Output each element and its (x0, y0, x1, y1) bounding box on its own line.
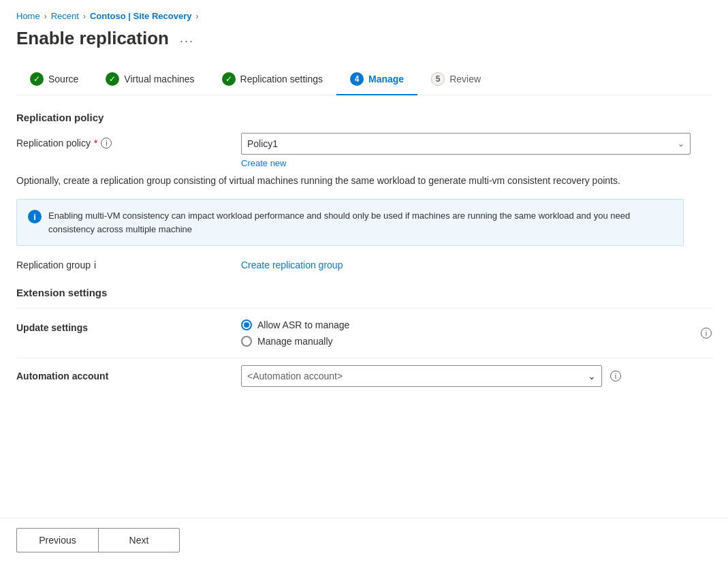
replication-policy-row: Replication policy * i Policy1 ⌄ Create … (16, 133, 712, 168)
radio-circle-manual (241, 336, 252, 347)
update-settings-info-icon[interactable]: i (701, 328, 712, 339)
replication-policy-label: Replication policy * i (16, 133, 241, 149)
info-box-text: Enabling multi-VM consistency can impact… (48, 209, 672, 236)
replication-group-label: Replication group i (16, 260, 241, 270)
step-replication-settings[interactable]: ✓ Replication settings (208, 65, 336, 95)
update-settings-radio-group: Allow ASR to manage Manage manually (241, 319, 701, 347)
replication-policy-info-icon[interactable]: i (101, 138, 112, 149)
required-marker: * (94, 138, 97, 149)
step-virtual-machines[interactable]: ✓ Virtual machines (92, 65, 208, 95)
step-num-review: 5 (431, 72, 445, 86)
breadcrumb: Home › Recent › Contoso | Site Recovery … (16, 11, 712, 21)
footer: Previous Next (0, 518, 728, 562)
step-check-icon-source: ✓ (30, 72, 44, 86)
replication-group-info-icon[interactable]: i (94, 260, 96, 270)
step-label-review: Review (449, 74, 481, 84)
step-check-icon-vm: ✓ (106, 72, 119, 86)
radio-circle-asr (241, 319, 252, 330)
replication-policy-title: Replication policy (16, 112, 712, 123)
automation-account-placeholder: <Automation account> (247, 371, 343, 381)
breadcrumb-current: Contoso | Site Recovery (90, 11, 192, 21)
automation-account-label: Automation account (16, 371, 241, 381)
ellipsis-menu-button[interactable]: ... (176, 30, 198, 47)
breadcrumb-sep2: › (83, 12, 86, 21)
previous-button[interactable]: Previous (16, 528, 98, 552)
update-settings-row: Update settings Allow ASR to manage Mana… (16, 319, 712, 347)
step-label-manage: Manage (368, 74, 404, 84)
breadcrumb-home[interactable]: Home (16, 11, 40, 21)
steps-bar: ✓ Source ✓ Virtual machines ✓ Replicatio… (16, 65, 712, 95)
radio-allow-asr[interactable]: Allow ASR to manage (241, 319, 701, 330)
step-review[interactable]: 5 Review (417, 65, 494, 95)
automation-account-row: Automation account <Automation account> … (16, 358, 712, 387)
create-replication-group-link[interactable]: Create replication group (241, 260, 343, 270)
replication-policy-control: Policy1 ⌄ Create new (241, 133, 712, 168)
extension-settings-divider (16, 308, 712, 309)
info-box: i Enabling multi-VM consistency can impa… (16, 199, 684, 246)
update-settings-control: Allow ASR to manage Manage manually (241, 319, 701, 347)
create-new-link[interactable]: Create new (241, 158, 286, 168)
optional-info-text: Optionally, create a replication group c… (16, 174, 684, 188)
update-settings-label: Update settings (16, 319, 241, 333)
radio-manage-manually[interactable]: Manage manually (241, 336, 701, 347)
automation-account-dropdown[interactable]: <Automation account> ⌄ (241, 365, 602, 387)
step-label-rep: Replication settings (240, 74, 323, 84)
step-manage[interactable]: 4 Manage (336, 65, 417, 95)
next-button[interactable]: Next (98, 528, 180, 552)
breadcrumb-recent[interactable]: Recent (51, 11, 79, 21)
replication-policy-value: Policy1 (247, 138, 278, 149)
step-label-vm: Virtual machines (124, 74, 194, 84)
breadcrumb-sep1: › (44, 12, 47, 21)
info-box-icon: i (28, 210, 42, 223)
extension-settings-title: Extension settings (16, 287, 712, 298)
step-check-icon-rep: ✓ (222, 72, 236, 86)
automation-account-info-icon[interactable]: i (610, 371, 621, 381)
breadcrumb-sep3: › (195, 12, 198, 21)
page-title: Enable replication (16, 28, 169, 49)
radio-label-manual: Manage manually (257, 336, 333, 347)
step-num-manage: 4 (350, 72, 364, 86)
step-label-source: Source (48, 74, 78, 84)
step-source[interactable]: ✓ Source (16, 65, 92, 95)
replication-group-row: Replication group i Create replication g… (16, 260, 712, 270)
replication-policy-dropdown[interactable]: Policy1 ⌄ (241, 133, 691, 155)
chevron-down-icon-automation: ⌄ (588, 371, 596, 381)
radio-label-asr: Allow ASR to manage (257, 319, 349, 330)
chevron-down-icon: ⌄ (678, 139, 684, 149)
